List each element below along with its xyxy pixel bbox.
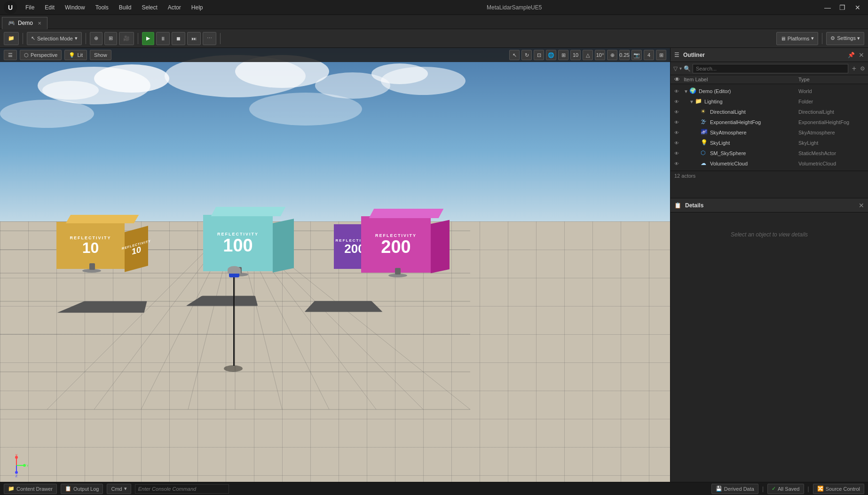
outliner-add-btn[interactable]: + — [850, 64, 858, 73]
translate-icon-btn[interactable]: ↖ — [509, 50, 520, 60]
content-drawer-button[interactable]: 📁 Content Drawer — [4, 484, 57, 494]
console-input[interactable] — [135, 484, 229, 494]
tree-row-directional[interactable]: 👁 ☀ DirectionalLight DirectionalLight — [671, 107, 868, 117]
tree-row-skyatm[interactable]: 👁 🌌 SkyAtmosphere SkyAtmosphere — [671, 127, 868, 138]
titlebar-controls: — ❐ ✕ — [821, 3, 868, 12]
snap-button[interactable]: ⊞ — [104, 32, 117, 45]
outliner-title: Outliner — [683, 52, 705, 58]
minimize-button[interactable]: — — [821, 3, 834, 12]
platforms-button[interactable]: 🖥 Platforms ▾ — [776, 32, 818, 45]
tree-row-lighting[interactable]: 👁 ▼ 📁 Lighting Folder — [671, 96, 868, 107]
lit-button[interactable]: 💡 Lit — [64, 50, 87, 60]
menu-file[interactable]: File — [21, 2, 39, 13]
visibility-eye-4[interactable]: 👁 — [674, 120, 684, 125]
selection-mode-button[interactable]: ↖ Selection Mode ▾ — [27, 32, 82, 45]
svg-point-9 — [249, 93, 362, 126]
camera-icon-btn[interactable]: 📷 — [631, 50, 642, 60]
play-button[interactable]: ▶ — [142, 32, 154, 45]
scale-num-btn[interactable]: 0.25 — [619, 50, 630, 60]
tree-row-cloud[interactable]: 👁 ☁ VolumetricCloud VolumetricCloud — [671, 158, 868, 169]
menu-window[interactable]: Window — [60, 2, 90, 13]
visibility-eye-6[interactable]: 👁 — [674, 141, 684, 146]
stop-button[interactable]: ⏹ — [172, 32, 185, 45]
scale-icon-btn[interactable]: ⊡ — [534, 50, 544, 60]
angle-value-btn[interactable]: 10° — [595, 50, 605, 60]
menu-select[interactable]: Select — [137, 2, 162, 13]
visibility-eye[interactable]: 👁 — [674, 89, 684, 94]
rotate-icon-btn[interactable]: ↻ — [521, 50, 532, 60]
visibility-eye-2[interactable]: 👁 — [674, 99, 684, 104]
tree-type-directional: DirectionalLight — [798, 109, 864, 115]
scale-value-btn[interactable]: ⊕ — [607, 50, 617, 60]
output-log-icon: 📋 — [65, 486, 71, 492]
saved-icon: ✓ — [772, 486, 776, 492]
menu-tools[interactable]: Tools — [91, 2, 113, 13]
titlebar: U File Edit Window Tools Build Select Ac… — [0, 0, 868, 15]
more-options-button[interactable]: ⋯ — [203, 32, 216, 45]
mesh-icon: ⬡ — [701, 149, 708, 157]
tab-label: Demo — [18, 20, 33, 26]
outliner-toolbar: ▽ ▾ 🔍 + ⚙ — [671, 62, 868, 75]
outliner-panel: ☰ Outliner 📌 ✕ ▽ ▾ 🔍 + ⚙ 👁 Item Labe — [671, 48, 868, 198]
main-area: REFLECTIVITY 10 REFLECTIVITY 10 REFLECTI… — [0, 48, 868, 482]
tree-row-skysphere[interactable]: 👁 ⬡ SM_SkySphere StaticMeshActor — [671, 148, 868, 158]
transform-button[interactable]: ⊕ — [90, 32, 103, 45]
perspective-button[interactable]: ⬡ Perspective — [20, 50, 62, 60]
visibility-col: 👁 — [674, 76, 684, 83]
menu-help[interactable]: Help — [187, 2, 208, 13]
maximize-button[interactable]: ❐ — [836, 3, 849, 12]
all-saved-button[interactable]: ✓ All Saved — [767, 484, 804, 494]
menu-actor[interactable]: Actor — [163, 2, 186, 13]
tree-row-demo[interactable]: 👁 ▼ 🌍 Demo (Editor) World — [671, 86, 868, 96]
grid-value-btn[interactable]: 10 — [570, 50, 581, 60]
menu-build[interactable]: Build — [114, 2, 136, 13]
outliner-close-x[interactable]: ✕ — [859, 51, 864, 59]
grid-icon-btn[interactable]: ⊞ — [558, 50, 568, 60]
derived-data-button[interactable]: 💾 Derived Data — [711, 484, 758, 494]
folder-icon: 📁 — [695, 98, 702, 105]
settings-button[interactable]: ⚙ Settings ▾ — [826, 32, 864, 45]
outliner-settings-btn[interactable]: ⚙ — [860, 65, 865, 72]
hamburger-menu-button[interactable]: ☰ — [4, 50, 17, 60]
tab-demo[interactable]: 🎮 Demo ✕ — [2, 17, 47, 29]
tree-type-cloud: VolumetricCloud — [798, 161, 864, 166]
close-button[interactable]: ✕ — [851, 3, 864, 12]
maximize-viewport-btn[interactable]: ⊞ — [656, 50, 666, 60]
world-icon-btn[interactable]: 🌐 — [546, 50, 556, 60]
camera-value-btn[interactable]: 4 — [644, 50, 654, 60]
angle-icon-btn[interactable]: △ — [583, 50, 593, 60]
content-browser-button[interactable]: 📁 — [4, 32, 19, 45]
tree-row-skylight[interactable]: 👁 💡 SkyLight SkyLight — [671, 138, 868, 148]
visibility-eye-3[interactable]: 👁 — [674, 110, 684, 115]
output-log-label: Output Log — [73, 486, 99, 492]
tree-row-fog[interactable]: 👁 🌫 ExponentialHeightFog ExponentialHeig… — [671, 117, 868, 127]
tab-close-icon[interactable]: ✕ — [38, 21, 41, 26]
visibility-eye-7[interactable]: 👁 — [674, 151, 684, 156]
camera-button[interactable]: 🎥 — [119, 32, 134, 45]
platforms-icon: 🖥 — [781, 36, 786, 41]
tree-label-skylight: SkyLight — [710, 140, 798, 146]
pin-icon[interactable]: 📌 — [848, 52, 855, 58]
show-button[interactable]: Show — [90, 50, 111, 60]
svg-point-8 — [0, 100, 94, 128]
cmd-button[interactable]: Cmd ▾ — [107, 484, 131, 494]
details-close-x[interactable]: ✕ — [859, 202, 864, 209]
outliner-search-input[interactable] — [693, 64, 848, 73]
menu-edit[interactable]: Edit — [40, 2, 59, 13]
source-control-button[interactable]: 🔀 Source Control — [813, 484, 864, 494]
floor-shadow-3 — [305, 301, 383, 312]
svg-point-32 — [23, 464, 26, 467]
cmd-label: Cmd — [111, 486, 122, 492]
pause-button[interactable]: ⏸ — [156, 32, 170, 45]
tree-type-skyatm: SkyAtmosphere — [798, 130, 864, 135]
visibility-eye-5[interactable]: 👁 — [674, 130, 684, 135]
search-icon: 🔍 — [684, 65, 691, 72]
viewport[interactable]: REFLECTIVITY 10 REFLECTIVITY 10 REFLECTI… — [0, 48, 671, 482]
directional-icon: ☀ — [701, 108, 708, 116]
visibility-eye-8[interactable]: 👁 — [674, 161, 684, 166]
svg-point-5 — [315, 72, 390, 99]
output-log-button[interactable]: 📋 Output Log — [61, 484, 103, 494]
filter-arrow[interactable]: ▾ — [679, 66, 682, 71]
skip-button[interactable]: ⏭ — [187, 32, 201, 45]
content-browser-icon: 📁 — [8, 35, 15, 41]
